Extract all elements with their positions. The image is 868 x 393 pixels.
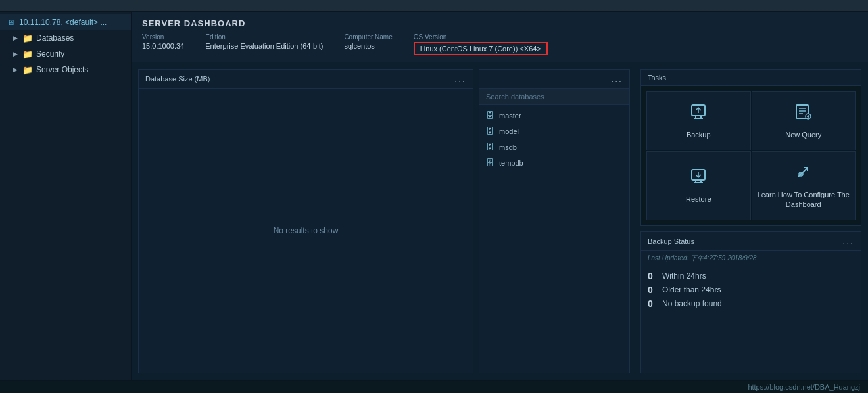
db-name-model: model (499, 127, 519, 135)
folder-icon-security: 📁 (22, 49, 33, 59)
tasks-panel: Tasks (640, 69, 861, 226)
db-size-title: Database Size (MB) (145, 75, 210, 83)
backup-stat-within24: 0 Within 24hrs (648, 271, 854, 281)
learn-button[interactable]: Learn How To Configure The Dashboard (752, 151, 856, 220)
tasks-and-backup: Tasks (640, 69, 861, 373)
older24-label: Older than 24hrs (662, 285, 721, 294)
databases-panel-dots[interactable]: ... (611, 74, 623, 84)
sidebar-item-server-objects[interactable]: ▶ 📁 Server Objects (0, 62, 131, 78)
no-backup-label: No backup found (662, 299, 722, 308)
learn-label: Learn How To Configure The Dashboard (758, 190, 850, 209)
backup-button[interactable]: Backup (646, 91, 751, 150)
sidebar-security-label: Security (36, 49, 64, 58)
chevron-right-icon-security: ▶ (13, 51, 20, 57)
dashboard-title: SERVER DASHBOARD (142, 18, 857, 28)
older24-count: 0 (648, 285, 658, 295)
databases-panel-header: ... (479, 70, 629, 89)
sidebar-item-server[interactable]: 🖥 10.11.10.78, <default> ... (0, 14, 131, 30)
sidebar-server-label: 10.11.10.78, <default> ... (19, 18, 107, 27)
top-bar (0, 0, 868, 12)
within24-count: 0 (648, 271, 658, 281)
sidebar: 🖥 10.11.10.78, <default> ... ▶ 📁 Databas… (0, 12, 132, 380)
restore-button[interactable]: Restore (646, 151, 751, 220)
sidebar-server-objects-label: Server Objects (36, 65, 88, 74)
content-area: SERVER DASHBOARD Version 15.0.1000.34 Ed… (132, 12, 868, 380)
os-version-block: OS Version Linux (CentOS Linux 7 (Core))… (414, 34, 548, 55)
db-icon-tempdb: 🗄 (486, 158, 495, 168)
backup-status-header: Backup Status ... (641, 232, 861, 251)
db-name-msdb: msdb (499, 143, 517, 151)
tasks-title: Tasks (648, 74, 666, 81)
tasks-grid: Backup (641, 86, 861, 225)
new-query-label: New Query (785, 130, 821, 139)
list-item[interactable]: 🗄 master (479, 108, 629, 124)
db-size-empty-text: No results to show (274, 226, 339, 235)
footer: https://blog.csdn.net/DBA_Huangzj (0, 380, 868, 393)
chevron-right-icon-server-objects: ▶ (13, 66, 20, 73)
edition-label: Edition (205, 34, 323, 41)
no-backup-count: 0 (648, 298, 658, 309)
computer-name-label: Computer Name (344, 34, 392, 41)
edition-value: Enterprise Evaluation Edition (64-bit) (205, 42, 323, 50)
folder-icon-server-objects: 📁 (22, 64, 33, 75)
os-version-label: OS Version (414, 34, 548, 41)
search-databases-input[interactable] (479, 89, 629, 105)
databases-panel: ... 🗄 master 🗄 model 🗄 (479, 69, 630, 373)
db-name-tempdb: tempdb (499, 159, 523, 167)
backup-stats: 0 Within 24hrs 0 Older than 24hrs 0 No b… (641, 267, 861, 313)
backup-last-updated: Last Updated: 下午4:27:59 2018/9/28 (641, 251, 861, 267)
computer-name-block: Computer Name sqlcentos (344, 34, 392, 50)
tasks-panel-header: Tasks (641, 70, 861, 86)
sidebar-item-databases[interactable]: ▶ 📁 Databases (0, 30, 131, 46)
list-item[interactable]: 🗄 tempdb (479, 155, 629, 171)
db-icon-model: 🗄 (486, 127, 495, 136)
server-icon: 🖥 (5, 17, 16, 28)
last-updated-label: Last Updated: (648, 254, 688, 262)
edition-block: Edition Enterprise Evaluation Edition (6… (205, 34, 323, 50)
db-size-menu-button[interactable]: ... (454, 74, 466, 84)
sidebar-item-security[interactable]: ▶ 📁 Security (0, 46, 131, 62)
last-updated-value: 下午4:27:59 2018/9/28 (690, 254, 757, 262)
computer-name-value: sqlcentos (344, 42, 392, 50)
backup-icon (689, 103, 708, 125)
backup-status-title: Backup Status (648, 237, 694, 245)
backup-status-panel: Backup Status ... Last Updated: 下午4:27:5… (640, 231, 861, 373)
learn-icon (794, 162, 813, 185)
version-value: 15.0.1000.34 (142, 42, 184, 50)
folder-icon-databases: 📁 (22, 33, 33, 43)
db-size-panel-header: Database Size (MB) ... (139, 70, 473, 89)
db-icon-master: 🗄 (486, 111, 495, 120)
list-item[interactable]: 🗄 model (479, 124, 629, 139)
backup-stat-no-backup: 0 No backup found (648, 298, 854, 309)
version-block: Version 15.0.1000.34 (142, 34, 184, 50)
restore-label: Restore (686, 195, 711, 204)
right-panels: ... 🗄 master 🗄 model 🗄 (479, 69, 861, 373)
chevron-right-icon: ▶ (13, 35, 20, 41)
db-icon-msdb: 🗄 (486, 143, 495, 152)
restore-icon (689, 167, 708, 189)
version-label: Version (142, 34, 184, 41)
backup-status-menu-button[interactable]: ... (842, 236, 854, 246)
sidebar-databases-label: Databases (36, 34, 74, 43)
new-query-icon (794, 103, 813, 125)
server-dashboard-header: SERVER DASHBOARD Version 15.0.1000.34 Ed… (132, 12, 868, 62)
database-list: 🗄 master 🗄 model 🗄 msdb 🗄 (479, 105, 629, 173)
db-size-panel: Database Size (MB) ... No results to sho… (138, 69, 473, 373)
new-query-button[interactable]: New Query (752, 91, 856, 150)
list-item[interactable]: 🗄 msdb (479, 139, 629, 155)
header-meta: Version 15.0.1000.34 Edition Enterprise … (142, 34, 857, 55)
backup-stat-older24: 0 Older than 24hrs (648, 285, 854, 295)
main-layout: 🖥 10.11.10.78, <default> ... ▶ 📁 Databas… (0, 12, 868, 380)
backup-label: Backup (687, 130, 711, 139)
db-size-body: No results to show (139, 89, 473, 372)
dashboard-panels: Database Size (MB) ... No results to sho… (132, 62, 868, 380)
footer-url: https://blog.csdn.net/DBA_Huangzj (748, 383, 860, 391)
within24-label: Within 24hrs (662, 271, 706, 281)
os-version-value: Linux (CentOS Linux 7 (Core)) <X64> (414, 42, 548, 55)
db-name-master: master (499, 112, 521, 120)
